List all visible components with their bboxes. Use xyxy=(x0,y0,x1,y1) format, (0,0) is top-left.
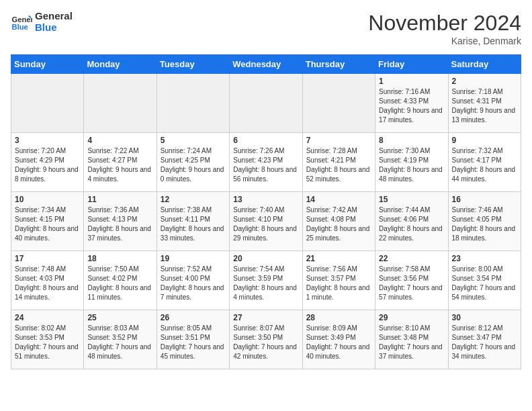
day-number: 1 xyxy=(379,77,444,86)
weekday-header-wednesday: Wednesday xyxy=(230,55,302,74)
day-number: 20 xyxy=(233,254,298,263)
calendar-cell: 3Sunrise: 7:20 AM Sunset: 4:29 PM Daylig… xyxy=(11,133,84,192)
weekday-header-saturday: Saturday xyxy=(448,55,521,74)
day-number: 23 xyxy=(452,254,517,263)
day-number: 10 xyxy=(15,195,80,204)
calendar-cell: 25Sunrise: 8:03 AM Sunset: 3:52 PM Dayli… xyxy=(84,310,157,369)
day-info: Sunrise: 7:22 AM Sunset: 4:27 PM Dayligh… xyxy=(87,146,152,184)
day-info: Sunrise: 7:20 AM Sunset: 4:29 PM Dayligh… xyxy=(15,146,80,184)
month-title: November 2024 xyxy=(368,11,521,36)
day-info: Sunrise: 8:02 AM Sunset: 3:53 PM Dayligh… xyxy=(15,324,80,361)
day-info: Sunrise: 7:56 AM Sunset: 3:57 PM Dayligh… xyxy=(306,265,371,302)
day-info: Sunrise: 7:28 AM Sunset: 4:21 PM Dayligh… xyxy=(306,146,371,184)
day-number: 30 xyxy=(452,313,517,322)
calendar-cell: 21Sunrise: 7:56 AM Sunset: 3:57 PM Dayli… xyxy=(302,251,375,310)
title-block: November 2024 Karise, Denmark xyxy=(368,11,521,46)
day-info: Sunrise: 8:00 AM Sunset: 3:54 PM Dayligh… xyxy=(452,265,517,302)
day-number: 9 xyxy=(452,136,517,145)
calendar-cell: 18Sunrise: 7:50 AM Sunset: 4:02 PM Dayli… xyxy=(84,251,157,310)
weekday-header-monday: Monday xyxy=(84,55,157,74)
day-info: Sunrise: 7:42 AM Sunset: 4:08 PM Dayligh… xyxy=(306,205,371,243)
calendar-header-row: SundayMondayTuesdayWednesdayThursdayFrid… xyxy=(11,55,521,74)
day-info: Sunrise: 7:38 AM Sunset: 4:11 PM Dayligh… xyxy=(161,205,226,243)
calendar-week-1: 1Sunrise: 7:16 AM Sunset: 4:33 PM Daylig… xyxy=(11,74,521,133)
day-info: Sunrise: 7:50 AM Sunset: 4:02 PM Dayligh… xyxy=(87,265,152,302)
calendar-cell: 16Sunrise: 7:46 AM Sunset: 4:05 PM Dayli… xyxy=(448,192,521,251)
day-info: Sunrise: 7:46 AM Sunset: 4:05 PM Dayligh… xyxy=(452,205,517,243)
day-info: Sunrise: 8:07 AM Sunset: 3:50 PM Dayligh… xyxy=(233,324,298,361)
logo-line2: Blue xyxy=(35,22,73,34)
day-info: Sunrise: 8:09 AM Sunset: 3:49 PM Dayligh… xyxy=(306,324,371,361)
calendar-cell: 5Sunrise: 7:24 AM Sunset: 4:25 PM Daylig… xyxy=(157,133,229,192)
day-info: Sunrise: 8:03 AM Sunset: 3:52 PM Dayligh… xyxy=(87,324,152,361)
day-info: Sunrise: 7:44 AM Sunset: 4:06 PM Dayligh… xyxy=(379,205,444,243)
calendar-cell xyxy=(302,74,375,133)
calendar-cell: 2Sunrise: 7:18 AM Sunset: 4:31 PM Daylig… xyxy=(448,74,521,133)
day-info: Sunrise: 7:18 AM Sunset: 4:31 PM Dayligh… xyxy=(452,87,517,125)
day-number: 29 xyxy=(379,313,444,322)
day-info: Sunrise: 7:32 AM Sunset: 4:17 PM Dayligh… xyxy=(452,146,517,184)
day-number: 7 xyxy=(306,136,371,145)
day-info: Sunrise: 7:16 AM Sunset: 4:33 PM Dayligh… xyxy=(379,87,444,125)
calendar-cell: 14Sunrise: 7:42 AM Sunset: 4:08 PM Dayli… xyxy=(302,192,375,251)
day-number: 27 xyxy=(233,313,298,322)
day-info: Sunrise: 7:26 AM Sunset: 4:23 PM Dayligh… xyxy=(233,146,298,184)
calendar-cell: 1Sunrise: 7:16 AM Sunset: 4:33 PM Daylig… xyxy=(375,74,448,133)
calendar-cell: 10Sunrise: 7:34 AM Sunset: 4:15 PM Dayli… xyxy=(11,192,84,251)
calendar-cell: 29Sunrise: 8:10 AM Sunset: 3:48 PM Dayli… xyxy=(375,310,448,369)
location-subtitle: Karise, Denmark xyxy=(368,36,521,46)
calendar-cell xyxy=(11,74,84,133)
day-number: 22 xyxy=(379,254,444,263)
day-number: 21 xyxy=(306,254,371,263)
day-number: 15 xyxy=(379,195,444,204)
calendar-week-4: 17Sunrise: 7:48 AM Sunset: 4:03 PM Dayli… xyxy=(11,251,521,310)
day-number: 16 xyxy=(452,195,517,204)
calendar-week-3: 10Sunrise: 7:34 AM Sunset: 4:15 PM Dayli… xyxy=(11,192,521,251)
calendar-cell: 20Sunrise: 7:54 AM Sunset: 3:59 PM Dayli… xyxy=(230,251,302,310)
day-info: Sunrise: 7:54 AM Sunset: 3:59 PM Dayligh… xyxy=(233,265,298,302)
calendar-cell: 13Sunrise: 7:40 AM Sunset: 4:10 PM Dayli… xyxy=(230,192,302,251)
day-number: 19 xyxy=(161,254,226,263)
day-number: 8 xyxy=(379,136,444,145)
day-number: 2 xyxy=(452,77,517,86)
page-header: General Blue General Blue November 2024 … xyxy=(11,11,521,46)
calendar-cell xyxy=(157,74,229,133)
calendar-table: SundayMondayTuesdayWednesdayThursdayFrid… xyxy=(11,54,521,369)
calendar-cell: 23Sunrise: 8:00 AM Sunset: 3:54 PM Dayli… xyxy=(448,251,521,310)
calendar-cell: 30Sunrise: 8:12 AM Sunset: 3:47 PM Dayli… xyxy=(448,310,521,369)
calendar-cell: 12Sunrise: 7:38 AM Sunset: 4:11 PM Dayli… xyxy=(157,192,229,251)
weekday-header-thursday: Thursday xyxy=(302,55,375,74)
day-info: Sunrise: 7:36 AM Sunset: 4:13 PM Dayligh… xyxy=(87,205,152,243)
logo-icon: General Blue xyxy=(11,11,32,33)
day-info: Sunrise: 7:58 AM Sunset: 3:56 PM Dayligh… xyxy=(379,265,444,302)
day-number: 18 xyxy=(87,254,152,263)
day-number: 25 xyxy=(87,313,152,322)
day-info: Sunrise: 7:48 AM Sunset: 4:03 PM Dayligh… xyxy=(15,265,80,302)
day-number: 13 xyxy=(233,195,298,204)
day-info: Sunrise: 8:05 AM Sunset: 3:51 PM Dayligh… xyxy=(161,324,226,361)
day-number: 5 xyxy=(161,136,226,145)
weekday-header-tuesday: Tuesday xyxy=(157,55,229,74)
calendar-cell: 15Sunrise: 7:44 AM Sunset: 4:06 PM Dayli… xyxy=(375,192,448,251)
day-number: 12 xyxy=(161,195,226,204)
svg-text:Blue: Blue xyxy=(12,23,28,31)
day-number: 26 xyxy=(161,313,226,322)
calendar-cell: 11Sunrise: 7:36 AM Sunset: 4:13 PM Dayli… xyxy=(84,192,157,251)
day-info: Sunrise: 7:40 AM Sunset: 4:10 PM Dayligh… xyxy=(233,205,298,243)
logo: General Blue General Blue xyxy=(11,11,73,33)
day-number: 3 xyxy=(15,136,80,145)
calendar-cell: 9Sunrise: 7:32 AM Sunset: 4:17 PM Daylig… xyxy=(448,133,521,192)
weekday-header-friday: Friday xyxy=(375,55,448,74)
day-number: 17 xyxy=(15,254,80,263)
calendar-cell xyxy=(230,74,302,133)
calendar-cell: 7Sunrise: 7:28 AM Sunset: 4:21 PM Daylig… xyxy=(302,133,375,192)
logo-line1: General xyxy=(35,11,73,22)
day-number: 4 xyxy=(87,136,152,145)
day-number: 28 xyxy=(306,313,371,322)
calendar-cell: 26Sunrise: 8:05 AM Sunset: 3:51 PM Dayli… xyxy=(157,310,229,369)
calendar-week-5: 24Sunrise: 8:02 AM Sunset: 3:53 PM Dayli… xyxy=(11,310,521,369)
calendar-cell xyxy=(84,74,157,133)
calendar-cell: 24Sunrise: 8:02 AM Sunset: 3:53 PM Dayli… xyxy=(11,310,84,369)
day-info: Sunrise: 7:30 AM Sunset: 4:19 PM Dayligh… xyxy=(379,146,444,184)
day-number: 11 xyxy=(87,195,152,204)
